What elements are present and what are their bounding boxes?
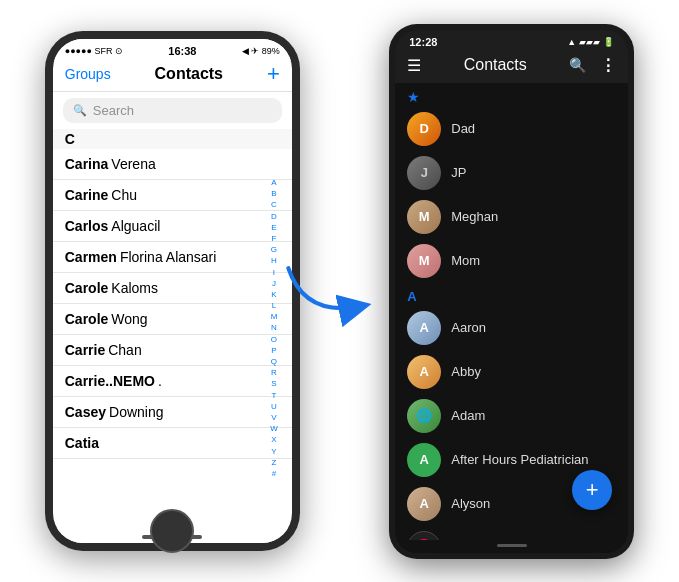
list-item[interactable]: Carmen Florina Alansari (53, 242, 292, 273)
list-item[interactable]: Casey Downing (53, 397, 292, 428)
direction-arrow (280, 249, 380, 329)
list-item[interactable]: 🌐 Adam (395, 394, 628, 438)
hamburger-menu-icon[interactable]: ☰ (407, 56, 421, 75)
alpha-index[interactable]: A B C D E F G H I J K L M N O (270, 177, 278, 479)
android-fab-add[interactable]: + (572, 470, 612, 510)
iphone-search-placeholder: Search (93, 103, 134, 118)
list-item[interactable]: Catia (53, 428, 292, 459)
android-toolbar-actions: 🔍 ⋮ (569, 56, 616, 75)
android-nav-bar (395, 540, 628, 553)
avatar: A (407, 311, 441, 345)
android-toolbar: ☰ Contacts 🔍 ⋮ (395, 50, 628, 83)
iphone-device: ●●●●● SFR ⊙ 16:38 ◀ ✈ 89% Groups Contact… (45, 31, 300, 551)
android-status-time: 12:28 (409, 36, 437, 48)
svg-point-0 (415, 539, 433, 540)
list-item[interactable]: Carlos Alguacil (53, 211, 292, 242)
android-page-title: Contacts (464, 56, 527, 74)
avatar: 🌐 (407, 399, 441, 433)
android-search-icon[interactable]: 🔍 (569, 57, 586, 73)
nav-indicator (497, 544, 527, 547)
avatar (407, 531, 441, 540)
list-item[interactable]: Carole Kaloms (53, 273, 292, 304)
avatar: J (407, 156, 441, 190)
iphone-screen: ●●●●● SFR ⊙ 16:38 ◀ ✈ 89% Groups Contact… (53, 39, 292, 543)
list-item[interactable]: Angel (395, 526, 628, 540)
android-section-a: A (395, 283, 628, 306)
iphone-nav: Groups Contacts + (53, 61, 292, 92)
iphone-contacts-list: C Carina Verena Carine Chu Carlos Alguac… (53, 129, 292, 527)
list-item[interactable]: Carina Verena (53, 149, 292, 180)
arrow-container (280, 249, 380, 333)
iphone-status-battery: ◀ ✈ 89% (242, 46, 280, 56)
android-starred-header: ★ (395, 83, 628, 107)
iphone-search-bar[interactable]: 🔍 Search (63, 98, 282, 123)
avatar: A (407, 355, 441, 389)
android-more-icon[interactable]: ⋮ (600, 56, 616, 75)
list-item[interactable]: A Aaron (395, 306, 628, 350)
home-button[interactable] (150, 509, 194, 553)
scene: ●●●●● SFR ⊙ 16:38 ◀ ✈ 89% Groups Contact… (0, 0, 679, 582)
battery-icon: 🔋 (603, 37, 614, 47)
avatar: M (407, 244, 441, 278)
avatar: M (407, 200, 441, 234)
android-status-icons: ▲ ▰▰▰ 🔋 (567, 37, 614, 47)
iphone-status-bar: ●●●●● SFR ⊙ 16:38 ◀ ✈ 89% (53, 39, 292, 61)
iphone-section-c: C (53, 129, 292, 149)
android-status-bar: 12:28 ▲ ▰▰▰ 🔋 (395, 30, 628, 50)
list-item[interactable]: M Meghan (395, 195, 628, 239)
list-item[interactable]: J JP (395, 151, 628, 195)
list-item[interactable]: A Abby (395, 350, 628, 394)
wifi-icon: ▲ (567, 37, 576, 47)
list-item[interactable]: M Mom (395, 239, 628, 283)
android-screen: 12:28 ▲ ▰▰▰ 🔋 ☰ Contacts 🔍 ⋮ (395, 30, 628, 553)
iphone-page-title: Contacts (155, 65, 223, 83)
list-item[interactable]: Carrie..NEMO . (53, 366, 292, 397)
iphone-status-carrier: ●●●●● SFR ⊙ (65, 46, 123, 56)
star-icon: ★ (407, 89, 420, 105)
avatar: A (407, 443, 441, 477)
search-icon: 🔍 (73, 104, 87, 117)
section-letter-a: A (407, 289, 416, 304)
iphone-status-time: 16:38 (168, 45, 196, 57)
avatar: A (407, 487, 441, 521)
iphone-add-button[interactable]: + (267, 63, 280, 85)
android-device: 12:28 ▲ ▰▰▰ 🔋 ☰ Contacts 🔍 ⋮ (389, 24, 634, 559)
list-item[interactable]: Carole Wong (53, 304, 292, 335)
iphone-groups-button[interactable]: Groups (65, 66, 111, 82)
list-item[interactable]: Carrie Chan (53, 335, 292, 366)
list-item[interactable]: D Dad (395, 107, 628, 151)
list-item[interactable]: Carine Chu (53, 180, 292, 211)
android-contacts-list: ★ D Dad J JP M Meghan M Mom (395, 83, 628, 540)
avatar: D (407, 112, 441, 146)
signal-icon: ▰▰▰ (579, 37, 600, 47)
iphone-body: ●●●●● SFR ⊙ 16:38 ◀ ✈ 89% Groups Contact… (45, 31, 300, 551)
